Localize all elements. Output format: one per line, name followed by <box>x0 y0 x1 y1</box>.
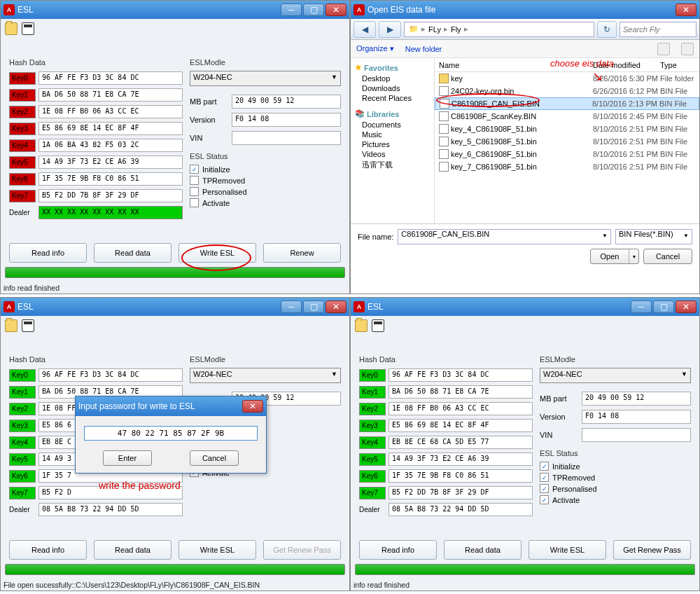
get-renew-pass-button[interactable]: Get Renew Pass <box>263 540 341 560</box>
key-label: Key2 <box>9 403 36 415</box>
organize-menu[interactable]: Organize ▾ <box>356 44 394 53</box>
open-file-icon[interactable] <box>5 319 18 332</box>
dialog-title: Input password for write to ESL <box>78 401 242 411</box>
key-value: E5 86 69 8E 14 EC 8F 4F <box>38 122 183 135</box>
key-label: Key1 <box>359 386 386 399</box>
version-value: F0 14 08 <box>232 113 341 127</box>
sidebar-item[interactable]: Downloads <box>355 83 430 93</box>
status-label: ESL Status <box>190 152 341 160</box>
maximize-button[interactable]: ▢ <box>303 301 324 313</box>
read-data-button[interactable]: Read data <box>444 540 522 560</box>
read-info-button[interactable]: Read info <box>9 243 87 263</box>
sidebar-item[interactable]: Music <box>355 130 430 139</box>
file-row[interactable]: key_5_C861908F_51.bin8/10/2016 2:51 PMBI… <box>435 135 699 148</box>
key-value: B5 F2 DD 7B 8F 3F 29 DF <box>38 189 183 202</box>
key-label: Key7 <box>9 487 36 499</box>
maximize-button[interactable]: ▢ <box>303 4 324 16</box>
file-row[interactable]: C861908F_CAN_EIS.BIN8/10/2016 2:13 PMBIN… <box>435 97 699 110</box>
save-file-icon[interactable] <box>22 319 34 332</box>
sidebar-item[interactable]: Recent Places <box>355 93 430 103</box>
dialog-close-button[interactable]: ✕ <box>242 400 263 413</box>
file-icon <box>439 86 449 96</box>
write-esl-button[interactable]: Write ESL <box>528 540 606 560</box>
sidebar-item[interactable]: 迅雷下载 <box>355 159 430 171</box>
key-label: Key1 <box>9 386 36 399</box>
get-renew-pass-button[interactable]: Get Renew Pass <box>613 540 691 560</box>
dialog-toolbar: Organize ▾ New folder <box>351 40 699 58</box>
esl-model-select[interactable]: W204-NEC <box>190 368 341 383</box>
status-checkbox[interactable]: ✓ <box>540 484 549 493</box>
key-label: Key0 <box>9 72 36 85</box>
close-button[interactable]: ✕ <box>326 4 346 16</box>
address-bar[interactable]: 📁 ▸ FLy ▸ Fly ▸ <box>404 22 594 37</box>
esl-model-select[interactable]: W204-NEC <box>190 71 341 86</box>
minimize-button[interactable]: ─ <box>631 301 652 313</box>
write-esl-button[interactable]: Write ESL <box>178 540 256 560</box>
close-button[interactable]: ✕ <box>676 4 696 16</box>
view-icon[interactable] <box>657 43 670 55</box>
window-title: ESL <box>368 302 631 312</box>
open-file-icon[interactable] <box>5 22 18 35</box>
enter-button[interactable]: Enter <box>103 450 152 466</box>
file-row[interactable]: key_6_C861908F_51.bin8/10/2016 2:51 PMBI… <box>435 148 699 160</box>
esl-window-1: A ESL ─ ▢ ✕ Hash Data Key096 AF FE F3 D3… <box>0 0 350 294</box>
refresh-button[interactable]: ↻ <box>597 21 617 38</box>
write-esl-button[interactable]: Write ESL <box>178 243 256 263</box>
file-row[interactable]: key_4_C861908F_51.bin8/10/2016 2:51 PMBI… <box>435 123 699 135</box>
key-value: EB 8E CE 68 CA 5D E5 77 <box>388 436 533 449</box>
status-checkbox[interactable]: ✓ <box>540 495 549 504</box>
key-value: 96 AF FE F3 D3 3C 84 DC <box>388 368 533 382</box>
read-info-button[interactable]: Read info <box>359 540 437 560</box>
close-button[interactable]: ✕ <box>676 301 696 313</box>
mbpart-value: 20 49 00 59 12 <box>232 95 341 109</box>
esl-model-select[interactable]: W204-NEC <box>540 368 691 383</box>
open-button[interactable]: Open▾ <box>590 249 639 264</box>
sidebar-item[interactable]: Pictures <box>355 139 430 149</box>
file-row[interactable]: C861908F_ScanKey.BIN8/10/2016 2:45 PMBIN… <box>435 110 699 123</box>
key-label: Key5 <box>359 453 386 466</box>
read-data-button[interactable]: Read data <box>94 540 172 560</box>
key-value: 96 AF FE F3 D3 3C 84 DC <box>38 368 183 382</box>
password-dialog: Input password for write to ESL ✕ Enter … <box>75 396 267 474</box>
new-folder-button[interactable]: New folder <box>405 45 442 53</box>
cancel-button[interactable]: Cancel <box>190 450 239 466</box>
minimize-button[interactable]: ─ <box>281 301 302 313</box>
minimize-button[interactable]: ─ <box>281 4 302 16</box>
status-checkbox[interactable] <box>190 198 199 207</box>
cancel-button[interactable]: Cancel <box>643 249 692 264</box>
status-label: Initialize <box>202 165 230 174</box>
save-file-icon[interactable] <box>372 319 384 332</box>
sidebar-item[interactable]: Videos <box>355 149 430 159</box>
maximize-button[interactable]: ▢ <box>653 301 674 313</box>
file-row[interactable]: key8/26/2016 5:30 PMFile folder <box>435 72 699 85</box>
sidebar-item[interactable]: Documents <box>355 120 430 130</box>
status-checkbox[interactable] <box>190 187 199 196</box>
status-checkbox[interactable]: ✓ <box>540 462 549 471</box>
status-checkbox[interactable]: ✓ <box>190 165 199 174</box>
forward-button[interactable]: ▶ <box>379 21 401 38</box>
status-checkbox[interactable] <box>190 176 199 185</box>
read-data-button[interactable]: Read data <box>94 243 172 263</box>
status-line: File open sucessfully::C:\Users\123\Desk… <box>4 581 260 589</box>
file-icon <box>439 124 449 134</box>
status-checkbox[interactable]: ✓ <box>540 473 549 482</box>
save-file-icon[interactable] <box>22 22 34 35</box>
key-value: 1A 06 BA 43 82 F5 03 2C <box>38 139 183 152</box>
renew-button[interactable]: Renew <box>263 243 341 263</box>
close-button[interactable]: ✕ <box>326 301 346 313</box>
sidebar-item[interactable]: Desktop <box>355 74 430 83</box>
sidebar: ★Favorites DesktopDownloadsRecent Places… <box>351 58 435 223</box>
file-icon <box>439 149 449 159</box>
filetype-select[interactable]: BIN Files(*.BIN) <box>615 229 692 244</box>
help-icon[interactable] <box>681 43 694 55</box>
file-row[interactable]: 24C02-key-org.bin6/26/2016 6:12 PMBIN Fi… <box>435 85 699 97</box>
read-info-button[interactable]: Read info <box>9 540 87 560</box>
search-input[interactable] <box>620 22 696 37</box>
key-label: Key4 <box>9 436 36 449</box>
open-file-icon[interactable] <box>355 319 368 332</box>
filename-input[interactable]: C861908F_CAN_EIS.BIN <box>398 229 611 244</box>
hash-data-group: Hash Data Key096 AF FE F3 D3 3C 84 DCKey… <box>9 58 183 222</box>
password-input[interactable] <box>84 426 258 441</box>
file-row[interactable]: key_7_C861908F_51.bin8/10/2016 2:51 PMBI… <box>435 160 699 173</box>
back-button[interactable]: ◀ <box>354 21 376 38</box>
